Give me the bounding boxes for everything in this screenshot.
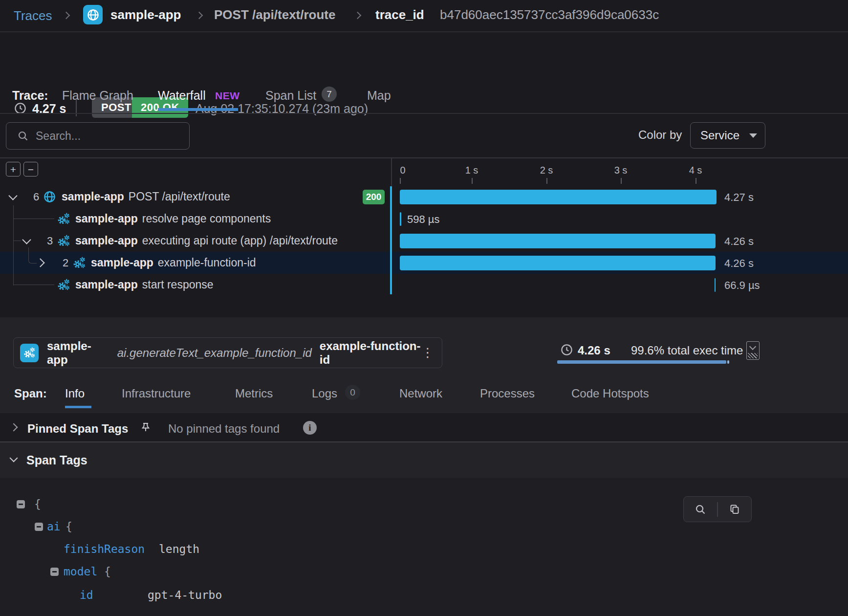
span-bar[interactable] [400,234,716,248]
span-row[interactable]: sample-appresolve page components 598 µs [0,208,848,230]
span-tags-json: { ai { finishReason length model { id gp… [0,478,848,616]
json-copy-button[interactable] [718,504,751,515]
span-tags-title: Span Tags [26,453,87,467]
span-name: resolve page components [142,212,271,225]
collapse-panel-icon[interactable] [746,341,760,360]
span-service: sample-app [62,190,124,203]
json-search-button[interactable] [684,504,717,515]
chevron-right-icon[interactable] [10,423,18,432]
tab-waterfall[interactable]: Waterfall [158,88,206,103]
pinned-span-tags-title[interactable]: Pinned Span Tags [27,422,128,436]
copy-icon [729,504,740,515]
span-row[interactable]: sample-appstart response 66.9 µs [0,274,848,296]
span-service: sample-app [75,234,138,247]
color-by-dropdown[interactable]: Service [690,122,765,149]
breadcrumb-resource[interactable]: POST /api/text/route [214,7,336,22]
span-child-count: 3 [47,230,53,252]
exec-time-progress-stub [727,360,729,364]
service-icon-badge [83,5,103,24]
gears-icon [57,278,70,292]
json-value-finish-reason: length [159,543,199,555]
span-row[interactable]: 3 sample-appexecuting api route (app) /a… [0,230,848,252]
span-row[interactable]: 6 sample-appPOST /api/text/route 200 4.2… [0,186,848,208]
chevron-right-icon[interactable] [36,258,44,267]
span-name: POST /api/text/route [129,190,230,203]
axis-tick-label: 2 s [540,165,553,176]
span-header-card[interactable]: sample-app ai.generateText_example_funct… [13,337,442,368]
span-duration: 66.9 µs [724,279,760,292]
span-label: sample-appPOST /api/text/route [62,186,230,208]
tab-metrics[interactable]: Metrics [235,387,273,400]
span-detail-operation: ai.generateText_example_function_id [117,346,312,360]
axis-tick-label: 0 [400,165,405,176]
axis-tick [472,178,473,184]
tab-infrastructure[interactable]: Infrastructure [122,387,191,400]
tab-waterfall-new-badge: NEW [215,90,240,102]
span-bar[interactable] [400,212,401,226]
tab-code-hotspots[interactable]: Code Hotspots [571,387,649,400]
active-tab-underline [65,406,91,408]
span-child-count: 2 [63,252,68,274]
breadcrumb: Traces sample-app POST /api/text/route t… [0,0,848,31]
tree-timeline-divider [391,157,392,186]
waterfall-panel: + − 0 1 s 2 s 3 s 4 s 6 sample-app [0,157,848,317]
span-bar[interactable] [400,256,716,270]
chevron-down-icon[interactable] [22,235,31,244]
caret-down-icon [749,133,757,138]
breadcrumb-service[interactable]: sample-app [110,7,181,22]
span-detail-section: sample-app ai.generateText_example_funct… [0,317,848,413]
span-label: sample-appresolve page components [75,208,271,230]
tab-network[interactable]: Network [399,387,442,400]
json-brace: { [65,520,72,533]
pinned-empty-message: No pinned tags found [168,422,280,436]
tab-processes[interactable]: Processes [480,387,535,400]
search-box[interactable] [6,122,190,150]
span-label: sample-appstart response [75,274,214,296]
span-detail-service: sample-app [47,339,107,367]
span-label: sample-appexample-function-id [91,252,256,274]
gears-icon [23,347,36,359]
waterfall-toolbar: Color by Service [0,120,848,151]
pinned-span-tags-row: Pinned Span Tags No pinned tags found [0,413,848,441]
span-name: example-function-id [158,256,256,269]
search-icon [695,504,706,515]
color-by-value: Service [700,129,739,142]
axis-tick [546,178,547,184]
span-detail-duration: 4.26 s [578,344,610,357]
span-name: executing api route (app) /api/text/rout… [142,234,338,247]
axis-tick [696,178,696,184]
tab-map[interactable]: Map [367,88,391,103]
tab-logs[interactable]: Logs [312,387,337,400]
span-status-badge: 200 [363,190,385,204]
tab-info[interactable]: Info [65,387,85,400]
span-label: sample-appexecuting api route (app) /api… [75,230,338,252]
breadcrumb-traces-link[interactable]: Traces [14,8,52,23]
trace-summary: 4.27 s POST 200 OK Aug 02 17:35:10.274 (… [0,47,848,73]
search-input[interactable] [35,129,169,143]
span-tags-header[interactable]: Span Tags [0,441,848,478]
info-icon[interactable] [303,421,317,435]
span-list-count-badge: 7 [322,87,337,102]
collapse-node-icon[interactable] [50,568,59,576]
span-bar[interactable] [715,278,716,292]
divider [0,113,848,114]
collapse-node-icon[interactable] [17,500,25,508]
collapse-all-button[interactable]: − [23,162,38,176]
expand-all-button[interactable]: + [6,162,21,176]
span-row-selected[interactable]: 2 sample-appexample-function-id 4.26 s [0,252,848,274]
span-bar[interactable] [400,190,717,204]
span-detail-resource: example-function-id [320,339,421,367]
hatch-fill [748,353,758,358]
chevron-down-icon[interactable] [8,191,17,200]
json-value-id: gpt-4-turbo [148,589,222,601]
tab-span-list[interactable]: Span List [265,88,316,103]
json-key-model: model [64,565,97,578]
kebab-menu-icon[interactable]: ⋮ [421,345,434,360]
trace-tabs-label: Trace: [12,88,48,103]
pin-icon [140,421,152,433]
span-duration: 4.26 s [724,257,754,270]
chevron-right-icon [196,12,203,20]
tab-flame-graph[interactable]: Flame Graph [62,88,133,103]
collapse-node-icon[interactable] [35,523,43,531]
gears-icon [57,212,70,226]
